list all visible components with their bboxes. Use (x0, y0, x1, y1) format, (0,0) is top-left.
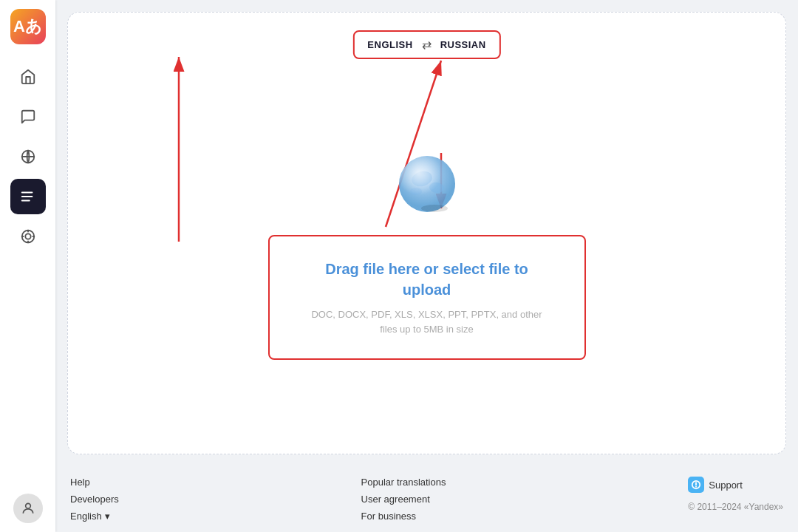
svg-point-20 (421, 205, 448, 212)
footer-copyright: © 2011–2024 «Yandex» (688, 502, 783, 512)
swap-language-button[interactable]: ⇄ (422, 38, 432, 52)
sidebar: Aあ (0, 0, 55, 532)
language-bar: ENGLISH ⇄ RUSSIAN (352, 30, 500, 59)
svg-point-5 (25, 233, 30, 239)
footer-support[interactable]: Support (688, 477, 783, 493)
svg-point-19 (399, 156, 455, 212)
source-language-button[interactable]: ENGLISH (367, 39, 412, 50)
footer-popular-link[interactable]: Popular translations (361, 477, 446, 488)
footer-agreement-link[interactable]: User agreement (361, 494, 446, 505)
upload-sub-text: DOC, DOCX, PDF, XLS, XLSX, PPT, PPTX, an… (307, 307, 548, 336)
footer-business-link[interactable]: For business (361, 511, 446, 522)
upload-section: Drag file here or select file to upload … (268, 151, 586, 360)
sidebar-bottom (13, 494, 43, 523)
footer-language-label: English (70, 511, 102, 522)
footer-developers-link[interactable]: Developers (70, 494, 119, 505)
chevron-down-icon: ▾ (105, 511, 110, 522)
avatar-icon (21, 501, 35, 516)
target-icon (20, 228, 36, 245)
upload-card: ENGLISH ⇄ RUSSIAN (67, 12, 786, 454)
support-icon (688, 477, 704, 493)
upload-dropzone[interactable]: Drag file here or select file to upload … (268, 235, 586, 360)
target-language-button[interactable]: RUSSIAN (440, 39, 486, 50)
globe-icon (20, 149, 36, 165)
sidebar-item-document[interactable] (10, 179, 46, 214)
main-area: ENGLISH ⇄ RUSSIAN (55, 0, 798, 469)
footer-help-link[interactable]: Help (70, 477, 119, 488)
footer: Help Developers English ▾ Popular transl… (55, 469, 798, 532)
document-icon (20, 188, 36, 205)
footer-col-1: Help Developers English ▾ (70, 477, 119, 522)
globe-illustration (394, 151, 460, 217)
user-avatar[interactable] (13, 494, 43, 523)
footer-language-selector[interactable]: English ▾ (70, 511, 119, 522)
svg-point-10 (25, 503, 30, 508)
home-icon (20, 69, 36, 85)
footer-col-3: Support © 2011–2024 «Yandex» (688, 477, 783, 512)
chat-icon (20, 109, 36, 125)
sidebar-item-home[interactable] (10, 59, 46, 95)
app-logo[interactable]: Aあ (10, 9, 46, 44)
footer-col-2: Popular translations User agreement For … (361, 477, 446, 522)
sidebar-nav (10, 59, 46, 494)
sidebar-item-target[interactable] (10, 219, 46, 254)
support-label: Support (709, 480, 743, 491)
sidebar-item-chat[interactable] (10, 99, 46, 134)
sidebar-item-translate[interactable] (10, 139, 46, 174)
upload-main-text: Drag file here or select file to upload (307, 259, 548, 300)
globe-svg (394, 151, 460, 217)
